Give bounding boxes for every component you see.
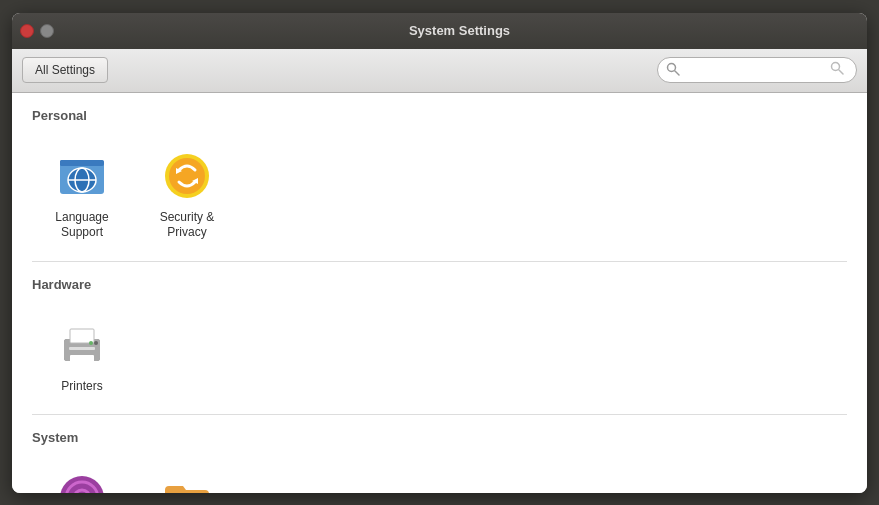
printers-label: Printers <box>61 379 102 395</box>
svg-rect-18 <box>70 329 94 343</box>
section-hardware-title: Hardware <box>32 277 847 297</box>
security-privacy-icon <box>159 148 215 204</box>
divider-hardware-system <box>32 414 847 415</box>
svg-rect-6 <box>60 160 78 166</box>
svg-rect-17 <box>69 347 95 350</box>
settings-item-language-support[interactable]: LanguageSupport <box>32 138 132 251</box>
svg-line-3 <box>839 70 843 74</box>
titlebar: System Settings <box>12 13 867 49</box>
section-personal-title: Personal <box>32 108 847 128</box>
main-window: System Settings All Settings <box>12 13 867 493</box>
window-title: System Settings <box>60 23 859 38</box>
search-icon <box>666 62 680 79</box>
svg-point-21 <box>89 341 93 345</box>
settings-item-landscape-service[interactable]: LandscapeService <box>32 460 132 492</box>
language-support-label: LanguageSupport <box>55 210 108 241</box>
svg-point-12 <box>169 158 205 194</box>
system-items-grid: LandscapeService <box>32 460 847 492</box>
printers-icon <box>54 317 110 373</box>
section-hardware: Hardware <box>32 277 847 405</box>
content-area: Personal <box>12 93 867 493</box>
section-personal: Personal <box>32 108 847 251</box>
security-privacy-label: Security &Privacy <box>160 210 215 241</box>
hardware-items-grid: Printers <box>32 307 847 405</box>
toolbar: All Settings <box>12 49 867 93</box>
language-support-icon <box>54 148 110 204</box>
settings-item-security-privacy[interactable]: Security &Privacy <box>137 138 237 251</box>
settings-item-printers[interactable]: Printers <box>32 307 132 405</box>
minimize-button[interactable] <box>40 24 54 38</box>
section-system: System LandscapeService <box>32 430 847 492</box>
divider-personal-hardware <box>32 261 847 262</box>
svg-point-20 <box>94 341 98 345</box>
section-system-title: System <box>32 430 847 450</box>
svg-rect-19 <box>70 355 94 363</box>
search-box <box>657 57 857 83</box>
svg-point-0 <box>668 63 676 71</box>
landscape-service-icon <box>54 470 110 492</box>
search-input[interactable] <box>685 63 825 78</box>
software-updates-icon <box>159 470 215 492</box>
svg-point-2 <box>832 63 840 71</box>
search-clear-icon <box>830 61 844 79</box>
svg-line-1 <box>675 71 679 75</box>
all-settings-button[interactable]: All Settings <box>22 57 108 83</box>
close-button[interactable] <box>20 24 34 38</box>
settings-item-software-updates[interactable]: Software &Updates <box>137 460 237 492</box>
personal-items-grid: LanguageSupport <box>32 138 847 251</box>
